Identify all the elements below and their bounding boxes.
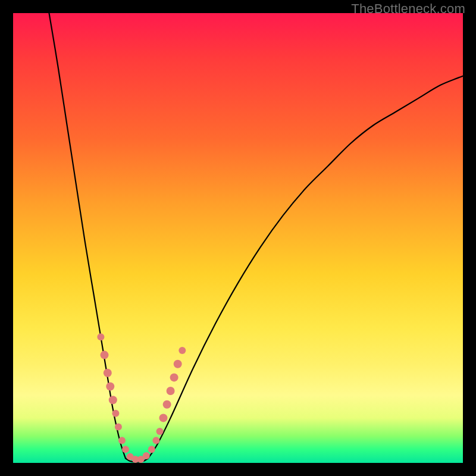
scatter-point: [122, 446, 129, 453]
watermark-text: TheBottleneck.com: [351, 1, 465, 17]
scatter-point: [143, 452, 150, 459]
scatter-point: [101, 351, 109, 359]
scatter-point: [178, 347, 186, 354]
scatter-points: [97, 333, 186, 463]
scatter-point: [170, 373, 178, 381]
scatter-point: [97, 333, 104, 340]
scatter-point: [163, 400, 171, 409]
chart-frame: [13, 13, 463, 463]
curve-right-branch: [148, 76, 463, 459]
scatter-point: [152, 437, 159, 444]
scatter-point: [167, 387, 175, 395]
scatter-point: [156, 428, 164, 435]
chart-svg: [13, 13, 463, 463]
scatter-point: [112, 410, 119, 417]
scatter-point: [159, 414, 168, 422]
scatter-point: [115, 424, 122, 431]
scatter-point: [109, 396, 117, 404]
scatter-point: [104, 369, 112, 377]
scatter-point: [118, 437, 126, 444]
scatter-point: [174, 360, 182, 368]
curve-left-branch: [49, 13, 126, 458]
scatter-point: [148, 446, 155, 453]
scatter-point: [106, 383, 114, 391]
